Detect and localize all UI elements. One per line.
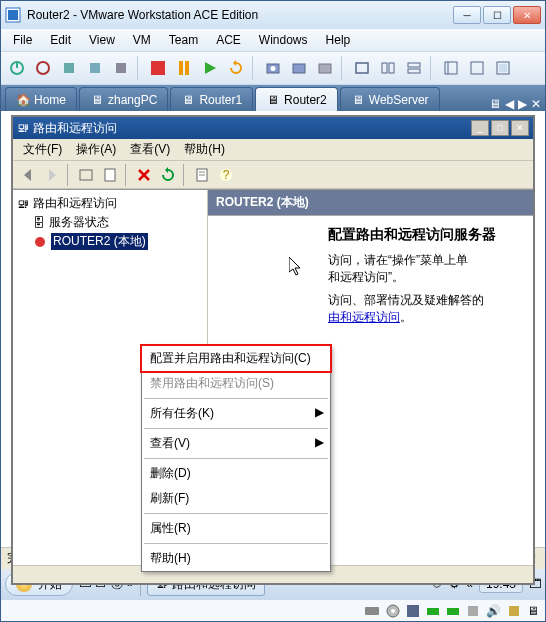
inner-toolbar: ? — [13, 161, 533, 189]
tool-icon[interactable] — [57, 56, 81, 80]
vm-display: 🖳 路由和远程访问 _ □ ✕ 文件(F) 操作(A) 查看(V) 帮助(H) — [1, 111, 545, 547]
menu-windows[interactable]: Windows — [251, 31, 316, 49]
ctx-properties[interactable]: 属性(R) — [142, 516, 330, 541]
poweron-icon[interactable] — [5, 56, 29, 80]
svg-rect-26 — [499, 64, 507, 72]
svg-point-4 — [37, 62, 49, 74]
svg-text:?: ? — [223, 168, 230, 182]
svg-rect-16 — [319, 64, 331, 73]
ctx-delete[interactable]: 删除(D) — [142, 461, 330, 486]
menu-view[interactable]: View — [81, 31, 123, 49]
titlebar[interactable]: Router2 - VMware Workstation ACE Edition… — [1, 1, 545, 29]
snapshot-icon[interactable] — [287, 56, 311, 80]
ctx-all-tasks[interactable]: 所有任务(K)▶ — [142, 401, 330, 426]
forward-icon[interactable] — [41, 164, 63, 186]
help-icon[interactable]: ? — [215, 164, 237, 186]
svg-rect-15 — [293, 64, 305, 73]
device-hdd-icon[interactable] — [364, 604, 380, 618]
delete-icon[interactable] — [133, 164, 155, 186]
tab-more-icon[interactable]: 🖥 — [489, 97, 501, 111]
server-icon: 🗄 — [33, 216, 45, 230]
svg-rect-1 — [8, 10, 18, 20]
pause-icon[interactable] — [172, 56, 196, 80]
inner-menu-file[interactable]: 文件(F) — [17, 139, 68, 160]
rras-icon: 🖳 — [17, 121, 29, 135]
snapshot-icon[interactable] — [313, 56, 337, 80]
snapshot-icon[interactable] — [261, 56, 285, 80]
tool-icon[interactable] — [83, 56, 107, 80]
props-icon[interactable] — [191, 164, 213, 186]
view-icon[interactable] — [350, 56, 374, 80]
view-icon[interactable] — [402, 56, 426, 80]
device-nic-icon[interactable] — [426, 604, 440, 618]
device-nic-icon[interactable] — [446, 604, 460, 618]
tab-next-icon[interactable]: ▶ — [518, 97, 527, 111]
vmware-statusbar: 🔊 🖥 — [1, 599, 545, 621]
tab-router1[interactable]: 🖥Router1 — [170, 87, 253, 111]
minimize-button[interactable]: ─ — [453, 6, 481, 24]
vm-icon: 🖥 — [181, 93, 195, 107]
ctx-help[interactable]: 帮助(H) — [142, 546, 330, 571]
fullscreen-icon[interactable] — [465, 56, 489, 80]
device-usb-icon[interactable] — [466, 604, 480, 618]
menu-help[interactable]: Help — [318, 31, 359, 49]
stop-icon[interactable] — [146, 56, 170, 80]
props-icon[interactable] — [99, 164, 121, 186]
tab-zhangpc[interactable]: 🖥zhangPC — [79, 87, 168, 111]
device-sound-icon[interactable]: 🔊 — [486, 604, 501, 618]
tab-prev-icon[interactable]: ◀ — [505, 97, 514, 111]
svg-marker-27 — [24, 169, 31, 181]
view-icon[interactable] — [376, 56, 400, 80]
view-icon[interactable] — [439, 56, 463, 80]
inner-titlebar[interactable]: 🖳 路由和远程访问 _ □ ✕ — [13, 117, 533, 139]
tree-router2-local[interactable]: ROUTER2 (本地) — [33, 232, 203, 251]
tab-router2[interactable]: 🖥Router2 — [255, 87, 338, 111]
inner-menu-action[interactable]: 操作(A) — [70, 139, 122, 160]
inner-title-text: 路由和远程访问 — [33, 120, 117, 137]
tab-home[interactable]: 🏠Home — [5, 87, 77, 111]
menu-edit[interactable]: Edit — [42, 31, 79, 49]
inner-minimize-button[interactable]: _ — [471, 120, 489, 136]
menu-vm[interactable]: VM — [125, 31, 159, 49]
back-icon[interactable] — [17, 164, 39, 186]
device-cd-icon[interactable] — [386, 604, 400, 618]
details-header: ROUTER2 (本地) — [208, 190, 533, 215]
inner-close-button[interactable]: ✕ — [511, 120, 529, 136]
tree-server-status[interactable]: 🗄服务器状态 — [33, 213, 203, 232]
toolbar — [1, 51, 545, 85]
reset-icon[interactable] — [224, 56, 248, 80]
show-icon[interactable] — [75, 164, 97, 186]
play-icon[interactable] — [198, 56, 222, 80]
rras-link[interactable]: 由和远程访问 — [328, 310, 400, 324]
submenu-arrow-icon: ▶ — [315, 435, 324, 449]
maximize-button[interactable]: ☐ — [483, 6, 511, 24]
view-icon[interactable] — [491, 56, 515, 80]
svg-rect-18 — [382, 63, 387, 73]
ctx-view[interactable]: 查看(V)▶ — [142, 431, 330, 456]
tab-webserver[interactable]: 🖥WebServer — [340, 87, 440, 111]
menu-team[interactable]: Team — [161, 31, 206, 49]
ctx-configure-rras[interactable]: 配置并启用路由和远程访问(C) — [140, 344, 332, 373]
inner-menu-help[interactable]: 帮助(H) — [178, 139, 231, 160]
device-icon[interactable] — [507, 604, 521, 618]
menu-file[interactable]: File — [5, 31, 40, 49]
poweroff-icon[interactable] — [31, 56, 55, 80]
inner-menu-view[interactable]: 查看(V) — [124, 139, 176, 160]
home-icon: 🏠 — [16, 93, 30, 107]
tree-root[interactable]: 🖳路由和远程访问 — [17, 194, 203, 213]
svg-marker-11 — [205, 62, 216, 74]
ctx-refresh[interactable]: 刷新(F) — [142, 486, 330, 511]
device-floppy-icon[interactable] — [406, 604, 420, 618]
submenu-arrow-icon: ▶ — [315, 405, 324, 419]
ctx-disable-rras: 禁用路由和远程访问(S) — [142, 371, 330, 396]
tool-icon[interactable] — [109, 56, 133, 80]
menu-ace[interactable]: ACE — [208, 31, 249, 49]
refresh-icon[interactable] — [157, 164, 179, 186]
device-icon[interactable]: 🖥 — [527, 604, 539, 618]
tab-close-icon[interactable]: ✕ — [531, 97, 541, 111]
inner-maximize-button[interactable]: □ — [491, 120, 509, 136]
close-button[interactable]: ✕ — [513, 6, 541, 24]
svg-point-43 — [391, 609, 395, 613]
svg-point-39 — [35, 237, 45, 247]
svg-rect-47 — [468, 606, 478, 616]
